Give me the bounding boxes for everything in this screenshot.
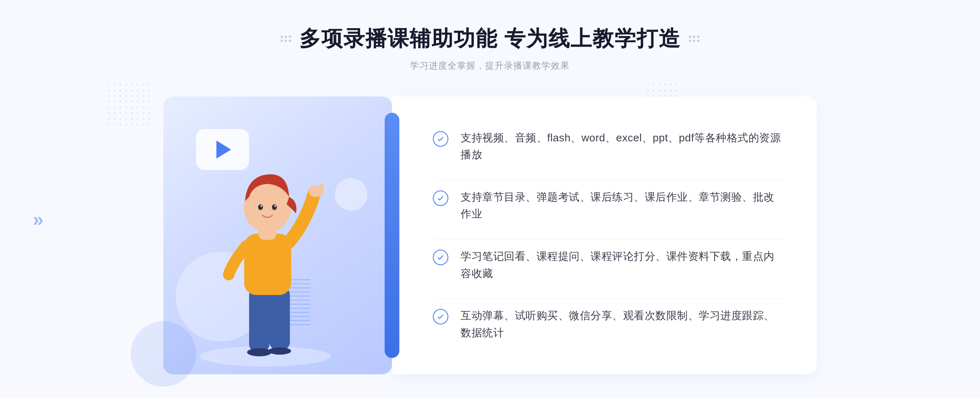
main-title: 多项录播课辅助功能 专为线上教学打造: [299, 25, 681, 53]
feature-text-1: 支持视频、音频、flash、word、excel、ppt、pdf等各种格式的资源…: [461, 130, 784, 163]
svg-rect-13: [319, 184, 323, 195]
svg-point-10: [261, 205, 262, 207]
check-circle-icon-2: [433, 190, 448, 206]
svg-point-4: [268, 347, 291, 355]
features-panel: 支持视频、音频、flash、word、excel、ppt、pdf等各种格式的资源…: [392, 96, 817, 374]
check-circle-icon-1: [433, 131, 448, 147]
illustration-card: [163, 96, 392, 374]
illustration-sidebar: [385, 113, 399, 358]
svg-point-3: [247, 348, 272, 356]
right-deco-icon: [689, 36, 699, 42]
feature-item-4: 互动弹幕、试听购买、微信分享、观看次数限制、学习进度跟踪、数据统计: [433, 299, 784, 349]
character-area: [188, 144, 392, 374]
feature-text-2: 支持章节目录、弹题考试、课后练习、课后作业、章节测验、批改作业: [461, 189, 784, 223]
check-circle-icon-4: [433, 309, 448, 324]
check-svg-3: [437, 253, 445, 262]
check-circle-icon-3: [433, 250, 448, 265]
bg-dots-left: [106, 82, 151, 127]
svg-point-9: [272, 204, 277, 210]
check-svg-1: [437, 135, 445, 143]
feature-text-4: 互动弹幕、试听购买、微信分享、观看次数限制、学习进度跟踪、数据统计: [461, 307, 784, 341]
svg-rect-2: [270, 287, 290, 350]
page-container: 多项录播课辅助功能 专为线上教学打造 学习进度全掌握，提升录播课教学效果: [0, 0, 980, 398]
check-svg-4: [437, 313, 445, 321]
check-svg-2: [437, 194, 445, 202]
header-section: 多项录播课辅助功能 专为线上教学打造 学习进度全掌握，提升录播课教学效果: [281, 25, 699, 72]
svg-rect-1: [249, 287, 270, 352]
left-nav-arrow[interactable]: »: [33, 208, 40, 230]
svg-point-8: [258, 204, 263, 210]
header-title-row: 多项录播课辅助功能 专为线上教学打造: [281, 25, 699, 53]
content-area: 支持视频、音频、flash、word、excel、ppt、pdf等各种格式的资源…: [163, 96, 817, 374]
left-deco-icon: [281, 36, 291, 42]
feature-item: 支持视频、音频、flash、word、excel、ppt、pdf等各种格式的资源…: [433, 121, 784, 172]
feature-text-3: 学习笔记回看、课程提问、课程评论打分、课件资料下载，重点内容收藏: [461, 248, 784, 282]
feature-item-3: 学习笔记回看、课程提问、课程评论打分、课件资料下载，重点内容收藏: [433, 239, 784, 290]
svg-point-11: [274, 205, 276, 207]
subtitle: 学习进度全掌握，提升录播课教学效果: [281, 60, 699, 72]
character-svg: [188, 144, 343, 373]
deco-blue-circle: [131, 321, 196, 387]
feature-item-2: 支持章节目录、弹题考试、课后练习、课后作业、章节测验、批改作业: [433, 180, 784, 231]
